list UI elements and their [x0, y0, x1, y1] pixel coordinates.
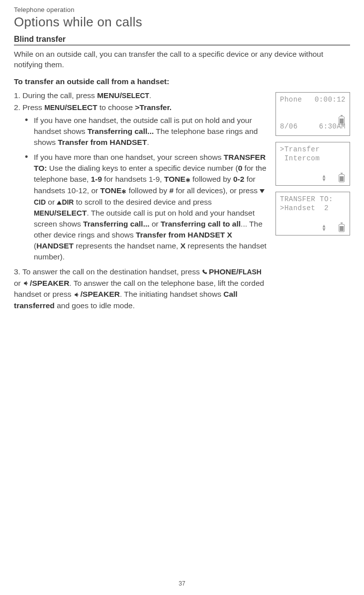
text: represents the handset name,: [74, 241, 181, 250]
speaker-icon: [74, 289, 81, 300]
bold: /SPEAKER: [81, 290, 120, 298]
text: MENU: [34, 209, 54, 217]
bullet-list: If you have one handset, the outside cal…: [25, 115, 268, 262]
lcd-line: Phone 0:00:12: [280, 96, 346, 105]
lcd-text: Phone: [280, 96, 302, 105]
step-1: 1. During the call, press MENU/SELECT.: [14, 90, 268, 101]
up-arrow-icon: [57, 201, 62, 205]
bold: Transferring call...: [83, 220, 150, 228]
lcd-line: 8/06 6:30AM: [280, 122, 346, 131]
bold: TONE: [164, 175, 185, 183]
lcd-line: >Handset 2: [280, 204, 346, 213]
text: for handsets 1-9,: [102, 175, 164, 183]
text: or: [14, 279, 23, 287]
lcd-line: Intercom: [280, 154, 346, 163]
bullet-1: If you have one handset, the outside cal…: [25, 115, 268, 148]
lcd-text: >Transfer: [280, 145, 320, 154]
lcd-icons: [339, 117, 345, 124]
lcd-text: 8/06: [280, 122, 298, 131]
up-down-arrows-icon: ▲▼: [322, 225, 326, 232]
text: Use the dialing keys to enter a specific…: [47, 164, 238, 172]
subsection-title: Blind transfer: [14, 35, 350, 45]
bold: 0-2: [233, 175, 244, 183]
bold: TONE: [100, 186, 122, 195]
bold: 1-9: [91, 175, 102, 183]
lcd-line: TRANSFER TO:: [280, 195, 346, 204]
lcd-text: Intercom: [280, 154, 320, 163]
text: for all devices), or press: [174, 186, 260, 195]
screens-column: Phone 0:00:12 8/06 6:30AM >Transfer Inte…: [275, 90, 350, 313]
lcd-text: >Handset 2: [280, 204, 329, 213]
text: 3. To answer the call on the destination…: [14, 267, 202, 276]
bold: Transferring call to all: [161, 220, 241, 228]
bold: Transferring call...: [88, 127, 154, 135]
page-number: 37: [179, 580, 185, 587]
intro-paragraph: While on an outside call, you can transf…: [14, 49, 350, 70]
lcd-line: >Transfer: [280, 145, 346, 154]
lcd-icons: ▲▼: [322, 224, 345, 232]
steps-column: 1. During the call, press MENU/SELECT. 2…: [14, 90, 268, 313]
lcd-screen-3: TRANSFER TO: >Handset 2 ▲▼: [275, 192, 350, 236]
bold: MENU/SELECT: [44, 103, 97, 112]
battery-icon: [339, 117, 345, 124]
page-category: Telephone operation: [14, 6, 350, 13]
lcd-text: 0:00:12: [315, 96, 346, 105]
text: MENU/: [97, 91, 122, 100]
content-row: 1. During the call, press MENU/SELECT. 2…: [14, 90, 350, 313]
text: .: [147, 138, 149, 146]
text: or: [46, 198, 57, 206]
battery-icon: [339, 174, 345, 182]
text: followed by: [126, 186, 169, 195]
bold: HANDSET: [36, 241, 74, 250]
text: or: [150, 220, 161, 228]
lcd-screen-2: >Transfer Intercom ▲▼: [275, 142, 350, 186]
step-2: 2. Press MENU/SELECT to choose >Transfer…: [14, 102, 268, 262]
text: SELECT: [122, 92, 149, 100]
lcd-screen-1: Phone 0:00:12 8/06 6:30AM: [275, 92, 350, 136]
battery-icon: [339, 224, 345, 232]
text: to scroll to the desired device and pres…: [74, 198, 211, 206]
bold: X: [181, 241, 185, 250]
bold: Transfer from HANDSET X: [136, 231, 232, 239]
lcd-line: [280, 114, 346, 122]
up-down-arrows-icon: ▲▼: [322, 175, 326, 182]
text: and goes to idle mode.: [55, 301, 135, 310]
lcd-line: [280, 105, 346, 114]
bold: DIR: [62, 198, 74, 206]
lcd-text: TRANSFER TO:: [280, 195, 333, 204]
text: 2. Press: [14, 103, 44, 112]
speaker-icon: [23, 278, 30, 289]
bold: >Transfer.: [135, 103, 172, 112]
bold: MENU/SELECT: [97, 91, 149, 100]
text: MENU: [44, 104, 65, 112]
text: .: [149, 91, 151, 100]
text: FLASH: [238, 268, 261, 276]
bold: /SPEAKER: [30, 279, 69, 287]
bold: MENU/SELECT: [34, 209, 87, 217]
bullet-2: If you have more than one handset, your …: [25, 152, 268, 262]
phone-icon: [202, 267, 209, 278]
text: /SELECT: [54, 209, 87, 217]
text: . The initiating handset shows: [120, 290, 223, 298]
bold: CID: [34, 198, 46, 206]
section-title: Options while on calls: [14, 14, 350, 30]
step-3: 3. To answer the call on the destination…: [14, 266, 268, 312]
bold: 0: [238, 164, 243, 172]
down-arrow-icon: [260, 189, 265, 193]
text: If you have more than one handset, your …: [34, 153, 224, 161]
star-icon: [121, 186, 126, 197]
text: /SELECT: [65, 103, 97, 112]
text: followed by: [190, 175, 233, 183]
text: PHONE/: [209, 267, 238, 276]
star-icon: [185, 174, 190, 185]
lcd-icons: ▲▼: [322, 174, 345, 182]
bold: #: [170, 186, 174, 195]
bold: Transfer from HANDSET: [58, 138, 147, 146]
text: to choose: [97, 103, 135, 112]
bold: PHONE/FLASH: [209, 267, 262, 276]
sub-heading: To transfer an outside call from a hands…: [14, 77, 350, 86]
text: 1. During the call, press: [14, 91, 97, 100]
